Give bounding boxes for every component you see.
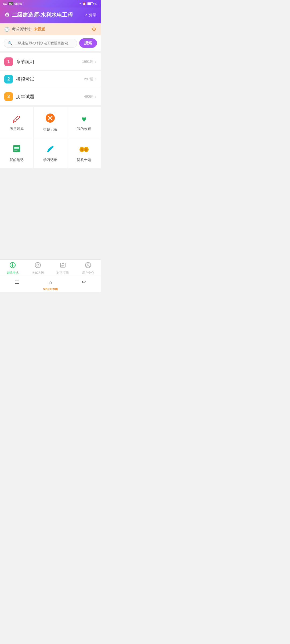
svg-point-26 xyxy=(85,262,91,268)
signal-icon: 5G xyxy=(3,2,7,5)
page-title: 二级建造师-水利水电工程 xyxy=(12,11,73,19)
study-label: 学习记录 xyxy=(43,158,57,162)
nav-item-train[interactable]: 训练考试 xyxy=(5,262,21,275)
grid-cell-notes[interactable]: 我的笔记 xyxy=(0,138,34,168)
brand-label: SPECO木桃 xyxy=(43,288,58,291)
svg-point-16 xyxy=(37,264,39,266)
item-title-1: 章节练习 xyxy=(16,59,82,65)
svg-rect-23 xyxy=(62,263,64,264)
svg-point-12 xyxy=(81,148,83,151)
grid-cell-vocabulary[interactable]: 🖊 考点词库 xyxy=(0,107,34,138)
status-bar: 5G HD 08:45 ✦ ⏰ 42 xyxy=(0,0,101,8)
hd-badge: HD xyxy=(8,2,13,5)
menu-button[interactable]: ☰ xyxy=(15,279,20,285)
settings-button[interactable]: ⚙ xyxy=(92,26,96,32)
outline-nav-icon xyxy=(35,262,41,270)
wrong-label: 错题记录 xyxy=(43,127,57,132)
list-section: 1 章节练习 1991题 › 2 模拟考试 297题 › 3 历年试题 490题… xyxy=(0,53,101,105)
item-num-1: 1 xyxy=(4,57,13,66)
countdown-bar: 🕐 考试倒计时: 未设置 ⚙ xyxy=(0,23,101,35)
countdown-info: 🕐 考试倒计时: 未设置 xyxy=(4,27,45,32)
list-item-mock[interactable]: 2 模拟考试 297题 › xyxy=(0,71,101,88)
svg-rect-8 xyxy=(47,151,49,152)
chevron-icon-3: › xyxy=(95,94,96,99)
grid-cell-wrong[interactable]: 错题记录 xyxy=(34,107,67,138)
user-nav-icon xyxy=(85,262,91,270)
chevron-icon-1: › xyxy=(95,59,96,64)
item-count-3: 490题 xyxy=(84,94,93,99)
home-button[interactable]: ⌂ xyxy=(49,279,52,285)
search-section: 🔍 搜索 xyxy=(0,35,101,51)
item-title-2: 模拟考试 xyxy=(16,76,84,82)
item-count-2: 297题 xyxy=(84,77,93,82)
bottom-nav: 训练考试 考试大纲 过关宝箱 xyxy=(0,259,101,276)
svg-rect-5 xyxy=(14,148,19,149)
list-item-chapter[interactable]: 1 章节练习 1991题 › xyxy=(0,53,101,71)
nav-item-treasure[interactable]: 过关宝箱 xyxy=(55,262,71,275)
share-icon: ↗ xyxy=(85,13,88,17)
app-logo-icon: ⚙ xyxy=(4,12,10,19)
svg-point-27 xyxy=(87,264,89,265)
grid-section: 🖊 考点词库 错题记录 ♥ 我的收藏 xyxy=(0,107,101,168)
svg-point-13 xyxy=(85,148,88,151)
clock-icon: 🕐 xyxy=(4,27,10,32)
share-button[interactable]: ↗ 分享 xyxy=(85,13,96,17)
brand-bar: SPECO木桃 xyxy=(0,287,101,292)
binoculars-icon xyxy=(79,144,89,155)
pencil-tag-icon: 🖊 xyxy=(12,114,21,124)
nav-item-user[interactable]: 用户中心 xyxy=(80,262,96,275)
heart-icon: ♥ xyxy=(81,114,86,124)
random-label: 随机十题 xyxy=(77,158,91,162)
search-input[interactable] xyxy=(15,41,73,45)
study-edit-icon xyxy=(46,144,55,155)
list-item-history[interactable]: 3 历年试题 490题 › xyxy=(0,88,101,105)
back-button[interactable]: ↩ xyxy=(81,279,86,285)
battery-icon xyxy=(87,2,93,5)
svg-marker-7 xyxy=(47,146,54,152)
status-time: 08:45 xyxy=(15,2,22,5)
home-nav-icon xyxy=(9,262,16,270)
chevron-icon-2: › xyxy=(95,77,96,82)
vocabulary-label: 考点词库 xyxy=(10,126,24,131)
grid-cell-random[interactable]: 随机十题 xyxy=(67,138,101,168)
notes-icon xyxy=(12,144,21,155)
system-nav-bar: ☰ ⌂ ↩ xyxy=(0,276,101,287)
svg-rect-11 xyxy=(83,148,85,150)
search-button[interactable]: 搜索 xyxy=(79,38,97,48)
header-title-group: ⚙ 二级建造师-水利水电工程 xyxy=(4,11,73,19)
item-count-1: 1991题 xyxy=(82,59,93,64)
countdown-value: 未设置 xyxy=(34,27,45,32)
grid-row-2: 我的笔记 学习记录 随机十题 xyxy=(0,138,101,168)
countdown-label: 考试倒计时: xyxy=(12,27,32,32)
nav-label-train: 训练考试 xyxy=(7,271,19,275)
nav-label-user: 用户中心 xyxy=(82,271,94,275)
x-circle-icon xyxy=(45,113,55,125)
item-title-3: 历年试题 xyxy=(16,94,84,100)
nav-label-outline: 考试大纲 xyxy=(32,271,44,275)
status-left: 5G HD 08:45 xyxy=(3,2,22,5)
svg-rect-4 xyxy=(14,147,19,148)
svg-rect-6 xyxy=(14,150,17,151)
header: ⚙ 二级建造师-水利水电工程 ↗ 分享 xyxy=(0,8,101,23)
battery-level: 42 xyxy=(94,2,97,5)
grid-cell-favorites[interactable]: ♥ 我的收藏 xyxy=(67,107,101,138)
nav-item-outline[interactable]: 考试大纲 xyxy=(30,262,46,275)
favorites-label: 我的收藏 xyxy=(77,126,91,131)
search-icon: 🔍 xyxy=(8,41,12,45)
item-num-3: 3 xyxy=(4,92,13,101)
alarm-icon: ⏰ xyxy=(82,2,86,6)
status-right: ✦ ⏰ 42 xyxy=(79,2,97,6)
book-nav-icon xyxy=(60,262,66,270)
grid-cell-study[interactable]: 学习记录 xyxy=(34,138,67,168)
empty-area xyxy=(0,168,101,259)
bluetooth-icon: ✦ xyxy=(79,2,81,6)
notes-label: 我的笔记 xyxy=(10,158,24,162)
item-num-2: 2 xyxy=(4,75,13,83)
search-input-wrap[interactable]: 🔍 xyxy=(4,39,77,48)
nav-label-treasure: 过关宝箱 xyxy=(57,271,69,275)
grid-row-1: 🖊 考点词库 错题记录 ♥ 我的收藏 xyxy=(0,107,101,138)
